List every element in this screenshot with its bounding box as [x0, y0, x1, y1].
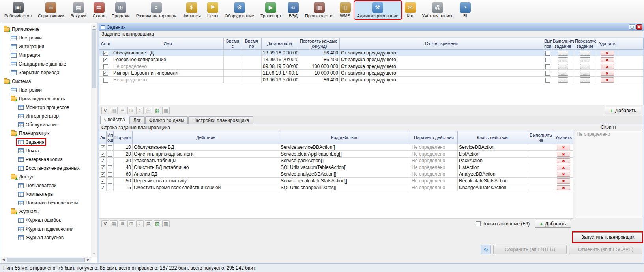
toolbar-item-purchases[interactable]: ▦Закупки — [68, 1, 89, 19]
delete-line-button[interactable]: ✖ — [557, 172, 570, 177]
sidebar-item-performance[interactable]: Производительность — [0, 94, 91, 103]
window-titlebar[interactable]: Задания ▢ × — [99, 23, 644, 31]
toolbar-item-account[interactable]: @Учётная запись — [419, 1, 457, 19]
run-scheduler-button[interactable]: Запустить планировщик — [573, 232, 642, 242]
column-header[interactable]: Выполнять не — [528, 131, 554, 144]
toolbar-item-sales[interactable]: ⊞Продажи — [109, 1, 133, 19]
scrollbar-thumb[interactable] — [92, 29, 96, 88]
task-active-checkbox[interactable] — [103, 71, 108, 76]
group-icon[interactable]: ⊞ — [127, 107, 135, 114]
run-task-button[interactable]: ... — [558, 77, 568, 83]
delete-task-button[interactable]: ✖ — [601, 77, 614, 83]
toolbar-item-chat[interactable]: ✉Чат — [402, 1, 419, 19]
sidebar-horizontal-scrollbar[interactable]: ◀ ▶ — [1, 257, 91, 263]
column-settings-icon[interactable]: ▥ — [162, 220, 170, 227]
toolbar-item-retail[interactable]: ¤Розничная торговля — [133, 1, 179, 19]
line-ignore-errors-checkbox[interactable] — [108, 186, 112, 190]
line-active-checkbox[interactable] — [101, 165, 105, 170]
sidebar-item-standard-data[interactable]: Стандартные данные — [0, 60, 91, 68]
column-header[interactable]: Повторять каждые (секунд) — [298, 38, 340, 50]
excel-icon[interactable]: ▧ — [154, 220, 161, 227]
line-row[interactable]: 20Очистить прикладные логиService.clearA… — [99, 151, 573, 158]
sidebar-item-mail[interactable]: Почта — [0, 146, 91, 155]
column-header[interactable]: Выполнить задание — [552, 38, 574, 50]
column-header[interactable]: Параметр действия — [410, 131, 458, 144]
toolbar-item-finance[interactable]: $Финансы — [180, 1, 204, 19]
restart-task-button[interactable]: ... — [580, 51, 590, 56]
sidebar-item-access[interactable]: Доступ — [0, 173, 91, 181]
line-ignore-errors-checkbox[interactable] — [108, 152, 112, 157]
excel-icon[interactable]: ▧ — [154, 107, 161, 114]
toolbar-item-equipment[interactable]: ⚙Оборудование — [222, 1, 257, 19]
scroll-up-icon[interactable]: ▲ — [91, 24, 97, 29]
sidebar-item-migration[interactable]: Миграция — [0, 51, 91, 60]
sidebar-item-computers[interactable]: Компьютеры — [0, 190, 91, 199]
line-row[interactable]: 50Пересчитать статистикуService.recalcul… — [99, 178, 573, 184]
delete-line-button[interactable]: ✖ — [557, 158, 570, 163]
task-row[interactable]: Не определено09.06.19 5:00:0086 400От за… — [99, 77, 644, 83]
line-ignore-errors-checkbox[interactable] — [108, 172, 112, 177]
delete-task-button[interactable]: ✖ — [601, 57, 614, 62]
line-active-checkbox[interactable] — [101, 145, 105, 150]
task-flag-checkbox[interactable] — [545, 71, 550, 76]
column-header[interactable]: Акти — [99, 131, 107, 144]
line-ignore-errors-checkbox[interactable] — [108, 145, 112, 150]
task-row[interactable]: Резервное копирование13.09.16 20:00:0086… — [99, 56, 644, 63]
toolbar-item-ved[interactable]: ☺ВЭД — [285, 1, 301, 19]
sidebar-item-period-closing[interactable]: Закрытие периода — [0, 68, 91, 77]
task-row[interactable]: Не определено09.08.19 5:00:00100 000 000… — [99, 63, 644, 70]
sidebar-item-security-policy[interactable]: Политика безопасности — [0, 199, 91, 207]
restart-task-button[interactable]: ... — [580, 77, 590, 83]
line-row[interactable]: 30Упаковать таблицыService.packAction[]Н… — [99, 158, 573, 164]
add-line-button[interactable]: + Добавить — [535, 220, 571, 228]
line-row[interactable]: 10Обслуживание БДService.serviceDBAction… — [99, 144, 573, 151]
toolbar-item-desktop[interactable]: ▣Рабочий стол — [2, 1, 34, 19]
task-flag-checkbox[interactable] — [545, 51, 550, 56]
filter-icon[interactable]: ∇ — [101, 220, 109, 227]
task-flag-checkbox[interactable] — [545, 64, 550, 69]
column-settings-icon[interactable]: ▥ — [162, 107, 170, 114]
sidebar-item-error-log[interactable]: Журнал ошибок — [0, 216, 91, 225]
line-active-checkbox[interactable] — [101, 186, 105, 190]
column-header[interactable]: Дата начала — [262, 38, 298, 50]
grid-icon[interactable]: ▦ — [110, 220, 118, 227]
toolbar-item-prices[interactable]: ⚑Цены — [204, 1, 221, 19]
sidebar-vertical-scrollbar[interactable]: ▲ ▼ — [91, 24, 97, 257]
sidebar-item-system[interactable]: Система — [0, 77, 91, 86]
toolbar-item-wms[interactable]: ◫WMS — [337, 1, 354, 19]
line-active-checkbox[interactable] — [101, 159, 105, 163]
column-header[interactable]: Акти — [99, 38, 112, 50]
column-header[interactable]: Отсчёт времени — [340, 38, 543, 50]
task-active-checkbox[interactable] — [103, 51, 108, 56]
delete-line-button[interactable]: ✖ — [557, 178, 570, 184]
sidebar-item-backup[interactable]: Резервная копия — [0, 155, 91, 164]
column-header[interactable]: Игно ош — [107, 131, 114, 144]
column-header[interactable]: Удалить — [596, 38, 618, 50]
sum-icon[interactable]: Σ — [136, 107, 144, 114]
run-task-button[interactable]: ... — [558, 64, 568, 69]
column-header[interactable]: Действие — [133, 131, 279, 144]
run-task-button[interactable]: ... — [558, 71, 568, 76]
toolbar-item-transport[interactable]: ▶Транспорт — [258, 1, 284, 19]
column-header[interactable]: Имя — [112, 38, 224, 50]
tab-scheduler-settings[interactable]: Настройки планировщика — [188, 116, 253, 124]
column-header[interactable]: Перезапус задание — [574, 38, 596, 50]
sidebar-item-maintenance[interactable]: Обслуживание — [0, 120, 91, 129]
delete-line-button[interactable]: ✖ — [557, 185, 570, 190]
task-active-checkbox[interactable] — [103, 58, 108, 62]
line-row[interactable]: 40Очистить БД потабличноSQLUtils.vacuumT… — [99, 164, 573, 171]
line-ignore-errors-checkbox[interactable] — [108, 159, 112, 163]
sidebar-item-tasks[interactable]: Задания — [0, 138, 91, 146]
task-active-checkbox[interactable] — [103, 64, 108, 69]
column-header[interactable]: Порядок — [114, 131, 133, 144]
filter-icon[interactable]: ∇ — [101, 107, 109, 114]
scroll-right-icon[interactable]: ▶ — [85, 257, 91, 263]
line-ignore-errors-checkbox[interactable] — [108, 179, 112, 184]
line-row[interactable]: 60Анализ БДService.analyzeDBAction[]Не о… — [99, 171, 573, 178]
column-header[interactable]: Класс действия — [458, 131, 528, 144]
tab-properties[interactable]: Свойства — [100, 116, 129, 124]
checkbox[interactable] — [476, 221, 481, 226]
column-header[interactable]: Вып при — [543, 38, 552, 50]
toolbar-item-bi[interactable]: ◔BI — [457, 1, 474, 19]
toolbar-item-production[interactable]: ▥Производство — [302, 1, 336, 19]
